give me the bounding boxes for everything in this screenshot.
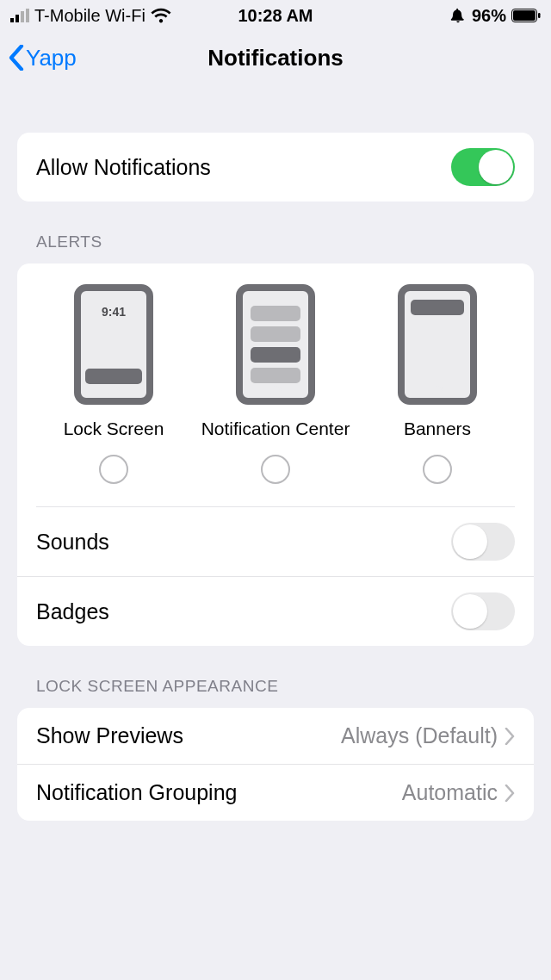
lockscreen-preview-icon: 9:41 (74, 284, 153, 405)
badges-toggle[interactable] (451, 592, 515, 630)
show-previews-row[interactable]: Show Previews Always (Default) (17, 708, 534, 764)
alert-option-nc-label: Notification Center (201, 419, 350, 439)
back-button[interactable]: Yapp (9, 45, 77, 71)
status-right: 96% (449, 6, 541, 26)
alert-check-banner[interactable] (356, 455, 518, 484)
svg-rect-1 (513, 10, 536, 21)
allow-notifications-row: Allow Notifications (17, 133, 534, 202)
sounds-row: Sounds (17, 507, 534, 576)
alerts-group: 9:41 Lock Screen Notification (17, 264, 534, 646)
alert-option-lockscreen[interactable]: 9:41 Lock Screen (33, 284, 195, 439)
alert-option-banner-label: Banners (404, 419, 471, 439)
alert-option-nc[interactable]: Notification Center (195, 284, 356, 439)
alert-check-nc[interactable] (195, 455, 356, 484)
section-header-lockscreen: Lock Screen Appearance (17, 646, 534, 708)
battery-icon (511, 9, 541, 22)
alert-check-lockscreen[interactable] (33, 455, 195, 484)
wifi-icon (151, 8, 171, 23)
badges-row: Badges (17, 576, 534, 646)
allow-notifications-toggle[interactable] (451, 148, 515, 186)
chevron-right-icon (505, 728, 515, 745)
banner-preview-icon (398, 284, 477, 405)
carrier-label: T-Mobile Wi-Fi (34, 6, 145, 26)
notification-grouping-value: Automatic (402, 780, 515, 805)
chevron-left-icon (9, 45, 24, 71)
section-header-alerts: Alerts (17, 202, 534, 264)
back-label: Yapp (26, 45, 77, 71)
svg-rect-2 (538, 13, 541, 18)
badges-label: Badges (36, 599, 109, 624)
content: Allow Notifications Alerts 9:41 Lock Scr… (0, 84, 551, 821)
notification-grouping-row[interactable]: Notification Grouping Automatic (17, 764, 534, 821)
page-title: Notifications (207, 45, 343, 71)
sounds-label: Sounds (36, 530, 109, 555)
nav-bar: Yapp Notifications (0, 31, 551, 84)
nc-preview-icon (236, 284, 315, 405)
sounds-toggle[interactable] (451, 523, 515, 561)
status-bar: T-Mobile Wi-Fi 10:28 AM 96% (0, 0, 551, 31)
notification-grouping-label: Notification Grouping (36, 780, 237, 805)
show-previews-value: Always (Default) (341, 723, 515, 748)
alert-style-checks (17, 439, 534, 506)
alert-option-banner[interactable]: Banners (356, 284, 518, 439)
cellular-signal-icon (10, 9, 29, 22)
show-previews-label: Show Previews (36, 723, 183, 748)
status-time: 10:28 AM (238, 6, 313, 26)
alarm-icon (449, 7, 467, 24)
allow-notifications-group: Allow Notifications (17, 133, 534, 202)
alert-option-lockscreen-label: Lock Screen (64, 419, 164, 439)
battery-percent: 96% (472, 6, 506, 26)
chevron-right-icon (505, 785, 515, 802)
lockscreen-group: Show Previews Always (Default) Notificat… (17, 708, 534, 821)
allow-notifications-label: Allow Notifications (36, 155, 211, 180)
alert-style-picker: 9:41 Lock Screen Notification (17, 264, 534, 439)
status-left: T-Mobile Wi-Fi (10, 6, 171, 26)
